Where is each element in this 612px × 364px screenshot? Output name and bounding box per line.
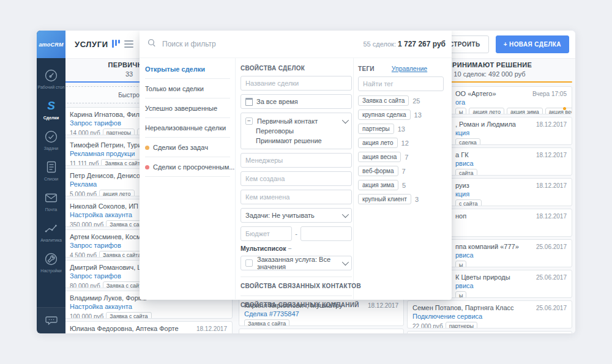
tags-column: ТЕГИ Управление Заявка с сайта25крупная … xyxy=(354,58,452,299)
tag-count: 7 xyxy=(402,168,406,175)
tag-chip[interactable]: акция лето xyxy=(358,138,398,148)
chat-icon xyxy=(43,313,59,329)
stage-row-2[interactable]: Принимают решение xyxy=(245,136,347,146)
deal-link[interactable]: Подключение сервиса xyxy=(412,312,567,321)
app-window: УСЛУГИ ••• НАСТРОИТЬ + НОВАЯ СДЕЛКА ПЕРВ… xyxy=(37,31,575,333)
status-dot-icon xyxy=(145,146,149,150)
filter-preset-0[interactable]: Открытые сделки xyxy=(145,59,230,79)
stage-select[interactable]: − Первичный контакт Переговоры Принимают… xyxy=(241,113,352,149)
deal-card[interactable]: Семен Потапов, Партняга Класс25.06.2017П… xyxy=(407,300,572,329)
sidebar-item-mail[interactable]: Почта xyxy=(37,185,65,216)
deal-tag-chip[interactable]: Заявка с сайта xyxy=(106,312,151,319)
pipeline-view-icon[interactable] xyxy=(112,40,120,48)
tag-row: акция лето12 xyxy=(358,138,452,148)
tag-chip[interactable]: веб-форма xyxy=(358,166,398,176)
deal-tag-chip[interactable]: ы xyxy=(455,291,466,298)
divider xyxy=(241,277,352,277)
lists-icon xyxy=(43,159,59,175)
checkbox-icon[interactable] xyxy=(245,259,253,267)
deal-tag-chip[interactable]: ы xyxy=(455,108,466,114)
sidebar-item-settings[interactable]: Настройки xyxy=(37,247,65,277)
multilist-label[interactable]: Мультисписок − xyxy=(241,245,353,252)
filter-preset-3[interactable]: Нереализованные сделки xyxy=(145,118,230,138)
deal-link[interactable]: Настройка аккаунта xyxy=(70,302,227,311)
tag-chip[interactable]: акция весна xyxy=(358,152,401,162)
chat-section[interactable] xyxy=(37,307,65,333)
deal-card[interactable]: Юлиана Федоровна, Аптека Форте18.12.2017… xyxy=(64,321,233,333)
deal-link[interactable]: кция xyxy=(455,128,567,138)
deal-tag-chip[interactable]: сделка xyxy=(455,138,480,145)
sidebar-item-dashboard[interactable]: Рабочий стол xyxy=(37,63,65,94)
deal-tag-chip[interactable]: сайта xyxy=(455,169,477,176)
filter-presets-column: Открытые сделкиТолько мои сделкиУспешно … xyxy=(140,58,236,299)
stage-row-0[interactable]: − Первичный контакт xyxy=(245,116,347,126)
filter-preset-1[interactable]: Только мои сделки xyxy=(145,79,230,98)
deal-link[interactable]: ога xyxy=(455,98,567,107)
tag-chip[interactable]: крупный клиент xyxy=(358,194,411,204)
deal-card-partial[interactable] xyxy=(239,329,404,333)
deal-tag-chip[interactable]: акция лето xyxy=(469,108,504,114)
tag-chip[interactable]: Заявка с сайта xyxy=(358,95,409,106)
deal-tag-chip[interactable]: ы xyxy=(455,261,466,267)
modified-by-input[interactable] xyxy=(245,193,347,201)
managers-input[interactable] xyxy=(245,157,347,164)
tag-chip[interactable]: крупная сделка xyxy=(358,110,411,120)
filter-preset-4[interactable]: Сделки без задач xyxy=(145,138,230,157)
deal-link[interactable]: кция xyxy=(455,190,567,199)
sidebar-item-tasks[interactable]: Задачи xyxy=(37,124,65,155)
deal-link[interactable] xyxy=(455,220,567,229)
tasks-select[interactable]: Задачи: Не учитывать xyxy=(241,208,352,223)
deal-tag-chip[interactable]: с сайта xyxy=(455,199,482,206)
service-select[interactable]: Заказанная услуга: Все значения xyxy=(241,256,352,270)
deal-tag-chip[interactable]: акция зима xyxy=(507,108,543,114)
tag-row: Заявка с сайта25 xyxy=(358,95,452,106)
deal-link[interactable]: Сделка #7735847 xyxy=(244,310,398,319)
sidebar-nav: Рабочий столSСделкиЗадачиСпискиПочтаАнал… xyxy=(37,58,65,277)
sidebar-item-analytics[interactable]: Аналитика xyxy=(37,216,65,247)
budget-to-input[interactable] xyxy=(305,230,347,237)
filter-preset-2[interactable]: Успешно завершенные xyxy=(145,98,230,118)
deal-link[interactable]: Продвижение xyxy=(70,333,227,333)
section-title-related-companies[interactable]: СВОЙСТВА СВЯЗАННЫХ КОМПАНИЙ xyxy=(241,302,353,308)
deal-tag-chip[interactable]: акция лето xyxy=(99,190,134,196)
deal-tag-chip[interactable]: Заявка с сайта xyxy=(244,319,289,326)
tag-row: крупная сделка13 xyxy=(358,110,452,120)
tag-count: 5 xyxy=(402,182,406,189)
search-input[interactable] xyxy=(161,39,363,49)
section-title-related-contacts[interactable]: СВОЙСТВА СВЯЗАННЫХ КОНТАКТОВ xyxy=(241,283,353,289)
stage-row-1[interactable]: Переговоры xyxy=(245,126,347,136)
period-select[interactable]: За все время xyxy=(241,94,352,109)
deal-name-input[interactable] xyxy=(245,80,347,87)
deal-link[interactable]: рвиса xyxy=(455,251,567,260)
tag-count: 7 xyxy=(405,154,408,161)
tag-chip[interactable]: партнеры xyxy=(358,124,394,134)
deal-link[interactable]: рвиса xyxy=(455,281,567,291)
deals-count: 55 сделок: xyxy=(363,40,396,48)
tag-search-input[interactable] xyxy=(363,80,439,87)
indeterminate-checkbox-icon[interactable]: − xyxy=(245,117,253,125)
deal-tag-chip[interactable]: акция весна xyxy=(545,108,572,114)
deal-card[interactable]: Роман Дмитриевич, АроМат06.06.2017 xyxy=(407,331,572,333)
budget-range: - xyxy=(241,226,352,241)
tag-search-field xyxy=(358,76,444,91)
tag-row: акция весна7 xyxy=(358,152,452,162)
budget-from-input[interactable] xyxy=(245,230,287,237)
divider xyxy=(241,295,352,296)
tag-chip[interactable]: акция зима xyxy=(358,180,398,190)
mail-icon xyxy=(43,190,59,206)
sidebar-item-deals[interactable]: SСделки xyxy=(37,94,65,124)
filter-preset-5[interactable]: Сделки с просроченным... xyxy=(145,157,230,177)
deal-link[interactable]: рвиса xyxy=(455,159,567,168)
created-by-input[interactable] xyxy=(245,175,347,182)
deal-name-field xyxy=(241,76,352,91)
sidebar-item-lists[interactable]: Списки xyxy=(37,155,65,185)
deal-tag-chip[interactable]: партнеры xyxy=(103,128,135,135)
amocrm-logo[interactable]: amoCRM xyxy=(37,31,65,58)
deal-tag-chip[interactable]: партнеры xyxy=(446,322,477,329)
search-row: 55 сделок: 1 727 267 руб xyxy=(140,31,452,58)
tags-manage-link[interactable]: Управление xyxy=(392,65,427,72)
calendar-icon xyxy=(245,98,253,106)
list-view-icon[interactable] xyxy=(124,40,133,48)
new-deal-button[interactable]: + НОВАЯ СДЕЛКА xyxy=(496,35,569,53)
deal-tag-chip[interactable]: Заявка с сайта xyxy=(99,251,144,258)
